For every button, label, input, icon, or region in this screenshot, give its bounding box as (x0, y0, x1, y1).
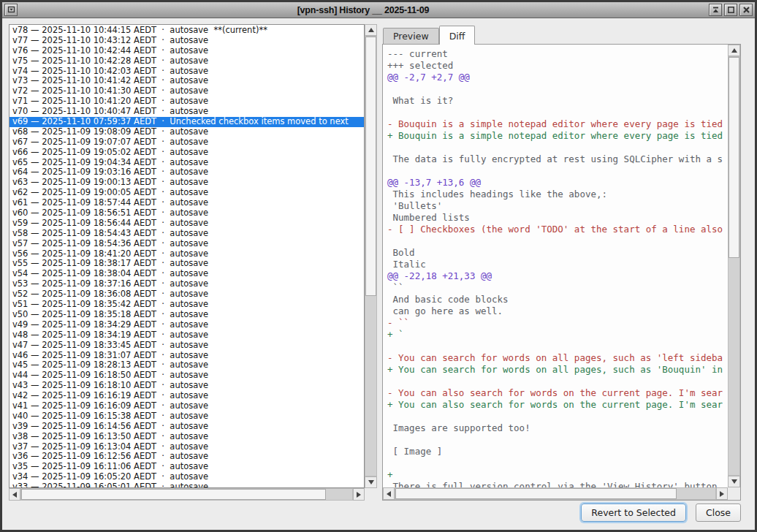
history-list-item[interactable]: v43 — 2025-11-09 16:18:10 AEDT · autosav… (9, 381, 364, 391)
history-list-item[interactable]: v40 — 2025-11-09 16:15:38 AEDT · autosav… (9, 411, 364, 422)
diff-line: - `` (387, 317, 728, 329)
history-list-item[interactable]: v61 — 2025-11-09 18:57:44 AEDT · autosav… (9, 198, 364, 208)
history-list-item[interactable]: v75 — 2025-11-10 10:42:28 AEDT · autosav… (9, 56, 364, 66)
history-list-item[interactable]: v52 — 2025-11-09 18:36:08 AEDT · autosav… (9, 289, 364, 300)
diff-line: @@ -13,7 +13,6 @@ (387, 177, 728, 189)
diff-line: can go here as well. (387, 305, 728, 317)
history-list-item[interactable]: v48 — 2025-11-09 18:34:19 AEDT · autosav… (9, 330, 364, 341)
history-vscroll-thumb[interactable] (365, 37, 376, 296)
tab-diff[interactable]: Diff (439, 26, 476, 45)
history-list-item[interactable]: v65 — 2025-11-09 19:04:34 AEDT · autosav… (9, 158, 364, 168)
history-scroll-right-button[interactable] (353, 488, 365, 501)
revert-to-selected-button[interactable]: Revert to Selected (581, 503, 686, 522)
history-list-item[interactable]: v64 — 2025-11-09 19:03:16 AEDT · autosav… (9, 167, 364, 178)
diff-line: Italic (387, 259, 728, 270)
history-list-item[interactable]: v38 — 2025-11-09 16:13:50 AEDT · autosav… (9, 432, 364, 442)
history-hscroll-track[interactable] (20, 488, 353, 501)
diff-line (387, 235, 728, 247)
diff-hscroll-track[interactable] (395, 487, 716, 500)
history-list-item[interactable]: v62 — 2025-11-09 19:00:05 AEDT · autosav… (9, 188, 364, 198)
history-list-item[interactable]: v34 — 2025-11-09 16:05:20 AEDT · autosav… (9, 472, 364, 482)
history-list-item[interactable]: v58 — 2025-11-09 18:54:43 AEDT · autosav… (9, 229, 364, 239)
history-list-item[interactable]: v45 — 2025-11-09 18:28:13 AEDT · autosav… (9, 360, 364, 370)
diff-line (387, 457, 728, 469)
history-list-item[interactable]: v41 — 2025-11-09 16:16:09 AEDT · autosav… (9, 401, 364, 411)
history-list-item[interactable]: v50 — 2025-11-09 18:35:18 AEDT · autosav… (9, 310, 364, 320)
history-list-item[interactable]: v70 — 2025-11-10 10:40:47 AEDT · autosav… (9, 107, 364, 117)
close-window-button[interactable] (739, 4, 753, 16)
history-list-item[interactable]: v44 — 2025-11-09 16:18:50 AEDT · autosav… (9, 370, 364, 381)
diff-line: --- current (387, 48, 728, 60)
diff-line: 'Bullets' (387, 200, 728, 212)
diff-line (387, 165, 728, 177)
footer: Revert to Selected Close (581, 503, 741, 522)
diff-scroll-left-button[interactable] (383, 487, 395, 500)
history-list-item[interactable]: v77 — 2025-11-10 10:43:12 AEDT · autosav… (9, 36, 364, 46)
shade-button[interactable] (709, 4, 722, 16)
history-list-item[interactable]: v47 — 2025-11-09 18:33:45 AEDT · autosav… (9, 341, 364, 351)
history-list-item[interactable]: v63 — 2025-11-09 19:00:13 AEDT · autosav… (9, 178, 364, 188)
history-list-item[interactable]: v66 — 2025-11-09 19:05:02 AEDT · autosav… (9, 148, 364, 158)
diff-line: Bold (387, 247, 728, 259)
history-list-item[interactable]: v35 — 2025-11-09 16:11:06 AEDT · autosav… (9, 462, 364, 472)
diff-line: + (387, 469, 728, 481)
history-scroll-up-button[interactable] (365, 24, 377, 36)
history-list-item[interactable]: v68 — 2025-11-09 19:08:09 AEDT · autosav… (9, 127, 364, 137)
history-list-item[interactable]: v74 — 2025-11-10 10:42:03 AEDT · autosav… (9, 66, 364, 77)
diff-line (387, 83, 728, 95)
diff-vscroll-thumb[interactable] (729, 57, 739, 258)
history-list-item[interactable]: v57 — 2025-11-09 18:54:36 AEDT · autosav… (9, 239, 364, 249)
arrow-down-icon (731, 479, 737, 484)
maximize-button[interactable] (724, 4, 737, 16)
diff-panel: --- current+++ selected@@ -2,7 +2,7 @@ W… (382, 44, 741, 501)
history-list-item[interactable]: v76 — 2025-11-10 10:42:44 AEDT · autosav… (9, 46, 364, 56)
history-list-item[interactable]: v56 — 2025-11-09 18:41:20 AEDT · autosav… (9, 249, 364, 259)
diff-scroll-right-button[interactable] (716, 487, 728, 500)
diff-vscrollbar[interactable] (728, 45, 740, 487)
history-list-item[interactable]: v71 — 2025-11-10 10:41:20 AEDT · autosav… (9, 96, 364, 107)
history-scroll-left-button[interactable] (9, 488, 20, 501)
diff-hscroll-thumb[interactable] (395, 488, 677, 499)
tab-preview[interactable]: Preview (383, 28, 439, 44)
history-list-item[interactable]: v42 — 2025-11-09 16:16:19 AEDT · autosav… (9, 391, 364, 401)
history-list-item[interactable]: v78 — 2025-11-10 10:44:15 AEDT · autosav… (9, 26, 364, 36)
history-list-item[interactable]: v67 — 2025-11-09 19:07:07 AEDT · autosav… (9, 137, 364, 148)
diff-scroll-down-button[interactable] (728, 476, 740, 487)
diff-line (387, 376, 728, 387)
diff-scroll-up-button[interactable] (728, 45, 740, 56)
diff-line (387, 411, 728, 422)
history-list-item[interactable]: v73 — 2025-11-10 10:41:42 AEDT · autosav… (9, 76, 364, 86)
history-list-item[interactable]: v36 — 2025-11-09 16:12:56 AEDT · autosav… (9, 452, 364, 462)
history-list-item[interactable]: v54 — 2025-11-09 18:38:04 AEDT · autosav… (9, 269, 364, 279)
history-list-item[interactable]: v55 — 2025-11-09 18:38:17 AEDT · autosav… (9, 259, 364, 269)
arrow-up-icon (731, 48, 737, 53)
history-list-item[interactable]: v59 — 2025-11-09 18:56:44 AEDT · autosav… (9, 218, 364, 229)
diff-line: This includes headings like the above,: (387, 189, 728, 200)
history-list: v78 — 2025-11-10 10:44:15 AEDT · autosav… (9, 24, 365, 488)
history-list-item[interactable]: v37 — 2025-11-09 16:13:04 AEDT · autosav… (9, 442, 364, 452)
diff-vscroll-track[interactable] (728, 56, 740, 476)
titlebar[interactable]: [vpn-ssh] History __ 2025-11-09 (2, 2, 755, 18)
diff-line: There is full version control via the 'V… (387, 481, 728, 487)
diff-hscrollbar[interactable] (383, 487, 728, 500)
history-list-item[interactable]: v72 — 2025-11-10 10:41:30 AEDT · autosav… (9, 86, 364, 96)
history-list-item[interactable]: v69 — 2025-11-10 07:59:37 AEDT · Uncheck… (9, 117, 364, 127)
close-button[interactable]: Close (696, 503, 741, 522)
history-list-item[interactable]: v53 — 2025-11-09 18:37:16 AEDT · autosav… (9, 279, 364, 289)
history-list-item[interactable]: v33 — 2025-11-09 16:05:01 AEDT · autosav… (9, 482, 364, 488)
history-hscrollbar[interactable] (9, 488, 365, 501)
history-list-item[interactable]: v51 — 2025-11-09 18:35:42 AEDT · autosav… (9, 300, 364, 310)
close-icon (742, 3, 750, 17)
history-list-item[interactable]: v39 — 2025-11-09 16:14:56 AEDT · autosav… (9, 422, 364, 432)
window-menu-button[interactable] (4, 4, 18, 16)
history-hscroll-thumb[interactable] (21, 489, 326, 500)
diff-line: @@ -22,18 +21,33 @@ (387, 270, 728, 282)
tab-bar: Preview Diff (382, 24, 741, 44)
history-vscroll-track[interactable] (365, 36, 377, 476)
diff-pane: --- current+++ selected@@ -2,7 +2,7 @@ W… (383, 45, 728, 487)
history-scroll-down-button[interactable] (365, 476, 377, 488)
history-list-item[interactable]: v49 — 2025-11-09 18:34:29 AEDT · autosav… (9, 320, 364, 330)
history-list-item[interactable]: v60 — 2025-11-09 18:56:51 AEDT · autosav… (9, 208, 364, 218)
history-vscrollbar[interactable] (365, 24, 377, 488)
history-list-item[interactable]: v46 — 2025-11-09 18:31:07 AEDT · autosav… (9, 351, 364, 361)
